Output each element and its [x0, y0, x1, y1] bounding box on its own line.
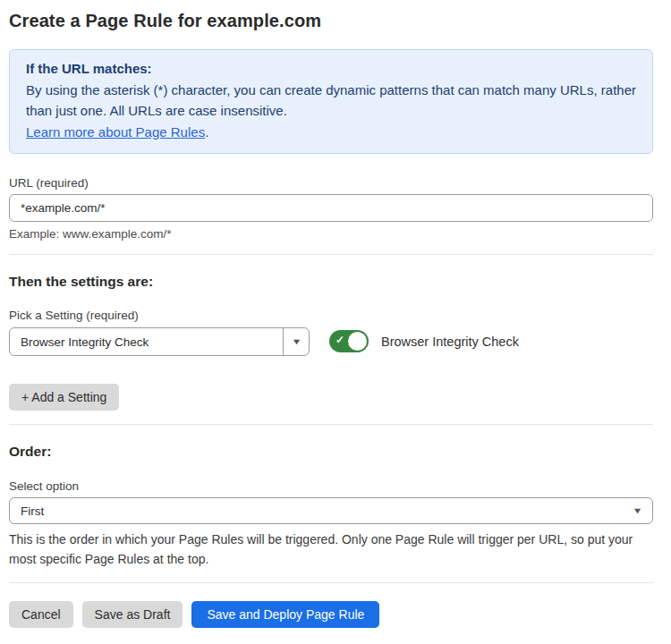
- order-select[interactable]: First ▼: [9, 497, 653, 524]
- link-period: .: [205, 124, 208, 140]
- order-select-arrow: ▼: [622, 498, 652, 523]
- browser-integrity-toggle-label: Browser Integrity Check: [381, 335, 519, 349]
- info-box-heading: If the URL matches:: [26, 58, 636, 80]
- browser-integrity-toggle-group: ✓ Browser Integrity Check: [329, 330, 519, 352]
- toggle-knob: [348, 332, 367, 351]
- order-help-text: This is the order in which your Page Rul…: [9, 530, 653, 569]
- url-match-info-box: If the URL matches: By using the asteris…: [9, 49, 653, 154]
- settings-section-heading: Then the settings are:: [9, 274, 653, 290]
- save-deploy-button[interactable]: Save and Deploy Page Rule: [191, 601, 379, 628]
- url-field-label: URL (required): [9, 176, 653, 190]
- add-setting-button[interactable]: + Add a Setting: [9, 384, 119, 411]
- save-draft-button[interactable]: Save as Draft: [82, 601, 183, 628]
- order-select-value: First: [10, 504, 622, 518]
- section-divider: [9, 254, 653, 255]
- url-input[interactable]: [9, 194, 653, 222]
- url-example-hint: Example: www.example.com/*: [9, 227, 653, 241]
- chevron-down-icon: ▼: [291, 338, 302, 346]
- setting-picker-column: Pick a Setting (required) Browser Integr…: [9, 309, 310, 356]
- section-divider: [9, 424, 653, 425]
- setting-picker-label: Pick a Setting (required): [9, 309, 310, 322]
- order-select-label: Select option: [9, 479, 653, 493]
- order-section-heading: Order:: [9, 444, 653, 460]
- url-field-group: URL (required) Example: www.example.com/…: [9, 176, 653, 241]
- browser-integrity-toggle[interactable]: ✓: [329, 330, 369, 352]
- cancel-button[interactable]: Cancel: [9, 601, 73, 628]
- page-title: Create a Page Rule for example.com: [9, 11, 653, 31]
- setting-picker-dropdown-button[interactable]: ▼: [283, 328, 309, 355]
- learn-more-link[interactable]: Learn more about Page Rules: [26, 124, 205, 140]
- footer-button-row: Cancel Save as Draft Save and Deploy Pag…: [9, 601, 653, 628]
- section-divider: [9, 582, 653, 583]
- check-icon: ✓: [336, 334, 344, 346]
- page-rule-form: Create a Page Rule for example.com If th…: [0, 0, 671, 628]
- setting-picker-select[interactable]: Browser Integrity Check ▼: [9, 327, 310, 356]
- chevron-down-icon: ▼: [632, 507, 642, 515]
- order-select-group: Select option First ▼ This is the order …: [9, 479, 653, 569]
- info-box-link-line: Learn more about Page Rules.: [26, 122, 636, 143]
- setting-picker-row: Pick a Setting (required) Browser Integr…: [9, 309, 653, 356]
- setting-picker-value: Browser Integrity Check: [10, 335, 283, 349]
- info-box-body: By using the asterisk (*) character, you…: [26, 80, 636, 122]
